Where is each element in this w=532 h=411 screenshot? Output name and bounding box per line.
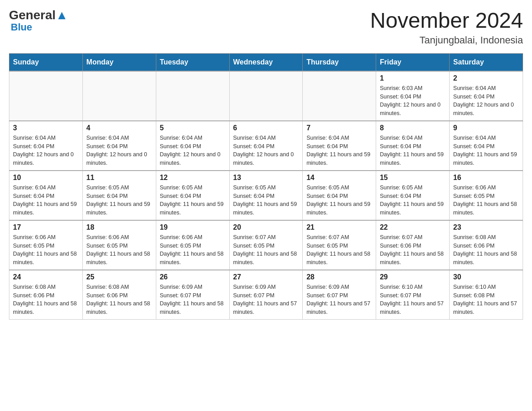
calendar-table: SundayMondayTuesdayWednesdayThursdayFrid… (9, 53, 523, 320)
day-info: Sunrise: 6:09 AMSunset: 6:07 PMDaylight:… (160, 283, 226, 317)
day-number: 23 (453, 223, 519, 231)
calendar-header-row: SundayMondayTuesdayWednesdayThursdayFrid… (9, 53, 523, 71)
day-info: Sunrise: 6:07 AMSunset: 6:06 PMDaylight:… (380, 233, 446, 267)
weekday-header-monday: Monday (82, 53, 156, 71)
calendar-cell: 25Sunrise: 6:08 AMSunset: 6:06 PMDayligh… (82, 270, 156, 320)
calendar-cell: 18Sunrise: 6:06 AMSunset: 6:05 PMDayligh… (82, 220, 156, 270)
calendar-cell: 21Sunrise: 6:07 AMSunset: 6:05 PMDayligh… (303, 220, 376, 270)
calendar-cell: 26Sunrise: 6:09 AMSunset: 6:07 PMDayligh… (156, 270, 229, 320)
day-number: 29 (380, 273, 446, 281)
logo-arrow-icon: ▲ (56, 8, 68, 22)
calendar-cell (229, 71, 303, 121)
calendar-cell: 13Sunrise: 6:05 AMSunset: 6:04 PMDayligh… (229, 171, 303, 220)
calendar-cell: 22Sunrise: 6:07 AMSunset: 6:06 PMDayligh… (376, 220, 450, 270)
day-number: 14 (306, 174, 372, 182)
calendar-cell: 24Sunrise: 6:08 AMSunset: 6:06 PMDayligh… (9, 270, 83, 320)
calendar-cell: 4Sunrise: 6:04 AMSunset: 6:04 PMDaylight… (82, 121, 156, 171)
day-number: 26 (160, 273, 226, 281)
day-number: 20 (233, 223, 299, 231)
day-info: Sunrise: 6:07 AMSunset: 6:05 PMDaylight:… (233, 233, 299, 267)
calendar-cell (82, 71, 156, 121)
calendar-week-5: 24Sunrise: 6:08 AMSunset: 6:06 PMDayligh… (9, 270, 523, 320)
day-number: 9 (453, 124, 519, 132)
day-info: Sunrise: 6:06 AMSunset: 6:05 PMDaylight:… (13, 233, 79, 267)
day-number: 7 (306, 124, 372, 132)
day-info: Sunrise: 6:04 AMSunset: 6:04 PMDaylight:… (86, 134, 152, 167)
calendar-cell: 11Sunrise: 6:05 AMSunset: 6:04 PMDayligh… (82, 171, 156, 220)
weekday-header-saturday: Saturday (450, 53, 523, 71)
day-info: Sunrise: 6:06 AMSunset: 6:05 PMDaylight:… (453, 184, 519, 217)
day-number: 28 (306, 273, 372, 281)
location: Tanjungbalai, Indonesia (370, 34, 523, 46)
day-number: 19 (160, 223, 226, 231)
day-info: Sunrise: 6:05 AMSunset: 6:04 PMDaylight:… (380, 184, 446, 217)
day-info: Sunrise: 6:05 AMSunset: 6:04 PMDaylight:… (306, 184, 372, 217)
weekday-header-friday: Friday (376, 53, 450, 71)
page-header: General▲ Blue November 2024 Tanjungbalai… (9, 9, 523, 46)
day-info: Sunrise: 6:08 AMSunset: 6:06 PMDaylight:… (453, 233, 519, 267)
day-number: 25 (86, 273, 152, 281)
day-number: 2 (453, 74, 519, 82)
day-info: Sunrise: 6:04 AMSunset: 6:04 PMDaylight:… (13, 184, 79, 217)
logo-general-text: General▲ (9, 9, 68, 21)
calendar-cell: 29Sunrise: 6:10 AMSunset: 6:07 PMDayligh… (376, 270, 450, 320)
title-section: November 2024 Tanjungbalai, Indonesia (370, 9, 523, 46)
day-number: 15 (380, 174, 446, 182)
day-info: Sunrise: 6:04 AMSunset: 6:04 PMDaylight:… (306, 134, 372, 167)
day-info: Sunrise: 6:03 AMSunset: 6:04 PMDaylight:… (380, 84, 446, 118)
day-number: 10 (13, 174, 79, 182)
day-number: 30 (453, 273, 519, 281)
day-info: Sunrise: 6:10 AMSunset: 6:07 PMDaylight:… (380, 283, 446, 317)
day-number: 6 (233, 124, 299, 132)
calendar-cell: 23Sunrise: 6:08 AMSunset: 6:06 PMDayligh… (450, 220, 523, 270)
day-info: Sunrise: 6:04 AMSunset: 6:04 PMDaylight:… (380, 134, 446, 167)
calendar-cell: 30Sunrise: 6:10 AMSunset: 6:08 PMDayligh… (450, 270, 523, 320)
calendar-cell: 27Sunrise: 6:09 AMSunset: 6:07 PMDayligh… (229, 270, 303, 320)
day-number: 27 (233, 273, 299, 281)
day-number: 1 (380, 74, 446, 82)
day-info: Sunrise: 6:09 AMSunset: 6:07 PMDaylight:… (233, 283, 299, 317)
day-info: Sunrise: 6:06 AMSunset: 6:05 PMDaylight:… (160, 233, 226, 267)
day-info: Sunrise: 6:08 AMSunset: 6:06 PMDaylight:… (13, 283, 79, 317)
calendar-cell: 8Sunrise: 6:04 AMSunset: 6:04 PMDaylight… (376, 121, 450, 171)
logo-blue-text: Blue (11, 21, 32, 33)
day-number: 22 (380, 223, 446, 231)
weekday-header-sunday: Sunday (9, 53, 83, 71)
day-info: Sunrise: 6:07 AMSunset: 6:05 PMDaylight:… (306, 233, 372, 267)
calendar-cell (156, 71, 229, 121)
day-number: 16 (453, 174, 519, 182)
weekday-header-wednesday: Wednesday (229, 53, 303, 71)
day-number: 12 (160, 174, 226, 182)
day-number: 11 (86, 174, 152, 182)
day-info: Sunrise: 6:08 AMSunset: 6:06 PMDaylight:… (86, 283, 152, 317)
day-number: 21 (306, 223, 372, 231)
day-info: Sunrise: 6:05 AMSunset: 6:04 PMDaylight:… (86, 184, 152, 217)
day-number: 4 (86, 124, 152, 132)
day-info: Sunrise: 6:04 AMSunset: 6:04 PMDaylight:… (13, 134, 79, 167)
day-info: Sunrise: 6:04 AMSunset: 6:04 PMDaylight:… (233, 134, 299, 167)
calendar-week-2: 3Sunrise: 6:04 AMSunset: 6:04 PMDaylight… (9, 121, 523, 171)
calendar-week-4: 17Sunrise: 6:06 AMSunset: 6:05 PMDayligh… (9, 220, 523, 270)
calendar-cell (9, 71, 83, 121)
calendar-cell: 3Sunrise: 6:04 AMSunset: 6:04 PMDaylight… (9, 121, 83, 171)
calendar-cell: 6Sunrise: 6:04 AMSunset: 6:04 PMDaylight… (229, 121, 303, 171)
calendar-cell (303, 71, 376, 121)
calendar-cell: 2Sunrise: 6:04 AMSunset: 6:04 PMDaylight… (450, 71, 523, 121)
day-number: 5 (160, 124, 226, 132)
day-info: Sunrise: 6:06 AMSunset: 6:05 PMDaylight:… (86, 233, 152, 267)
day-number: 24 (13, 273, 79, 281)
day-info: Sunrise: 6:04 AMSunset: 6:04 PMDaylight:… (160, 134, 226, 167)
day-info: Sunrise: 6:09 AMSunset: 6:07 PMDaylight:… (306, 283, 372, 317)
calendar-cell: 20Sunrise: 6:07 AMSunset: 6:05 PMDayligh… (229, 220, 303, 270)
day-number: 13 (233, 174, 299, 182)
calendar-cell: 15Sunrise: 6:05 AMSunset: 6:04 PMDayligh… (376, 171, 450, 220)
day-info: Sunrise: 6:10 AMSunset: 6:08 PMDaylight:… (453, 283, 519, 317)
day-number: 8 (380, 124, 446, 132)
day-number: 17 (13, 223, 79, 231)
calendar-week-3: 10Sunrise: 6:04 AMSunset: 6:04 PMDayligh… (9, 171, 523, 220)
month-title: November 2024 (370, 9, 523, 33)
calendar-cell: 12Sunrise: 6:05 AMSunset: 6:04 PMDayligh… (156, 171, 229, 220)
day-info: Sunrise: 6:04 AMSunset: 6:04 PMDaylight:… (453, 134, 519, 167)
calendar-cell: 5Sunrise: 6:04 AMSunset: 6:04 PMDaylight… (156, 121, 229, 171)
day-number: 3 (13, 124, 79, 132)
